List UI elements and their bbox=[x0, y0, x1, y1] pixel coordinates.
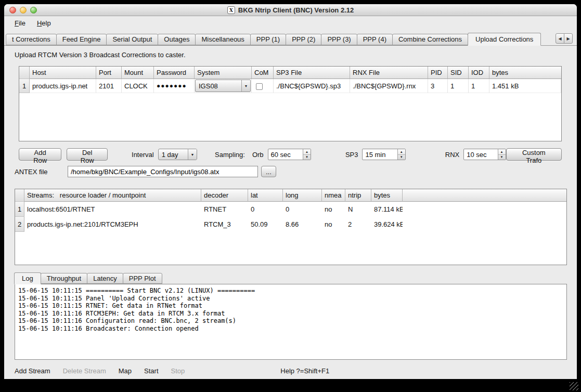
spin-down-icon[interactable]: ▼ bbox=[498, 155, 506, 160]
col-header-mount[interactable]: Mount bbox=[122, 67, 154, 79]
spin-down-icon[interactable]: ▼ bbox=[398, 155, 405, 160]
col-header-port[interactable]: Port bbox=[96, 67, 122, 79]
tab-broadcast-corrections[interactable]: t Corrections bbox=[6, 34, 57, 45]
interval-combobox[interactable]: 1 day ▼ bbox=[158, 149, 197, 160]
col-header-bytes[interactable]: bytes bbox=[489, 67, 561, 79]
tab-serial-output[interactable]: Serial Output bbox=[106, 34, 158, 45]
col-header-com[interactable]: CoM bbox=[252, 67, 274, 79]
add-row-button[interactable]: Add Row bbox=[19, 148, 61, 161]
rnx-file-cell[interactable]: ./BNC${GPSWD}.rnx bbox=[350, 79, 428, 93]
system-combobox[interactable]: IGS08 ▼ bbox=[195, 80, 251, 92]
stream-row[interactable]: 2 products.igs-ip.net:2101/RTCM3EPH RTCM… bbox=[15, 217, 566, 232]
row-index: 1 bbox=[15, 202, 24, 217]
sid-cell[interactable]: 1 bbox=[448, 79, 469, 93]
decoder-cell[interactable]: RTNET bbox=[201, 202, 248, 217]
log-output[interactable]: 15-06-15 10:11:15 ========== Start BNC v… bbox=[15, 284, 567, 360]
start-button[interactable]: Start bbox=[144, 367, 158, 375]
col-header-iod[interactable]: IOD bbox=[469, 67, 489, 79]
antex-file-input[interactable] bbox=[68, 166, 258, 177]
tab-ppp-3[interactable]: PPP (3) bbox=[321, 34, 357, 45]
lat-cell[interactable]: 50.09 bbox=[248, 217, 283, 232]
zoom-button[interactable] bbox=[30, 7, 37, 14]
antex-row: ANTEX file ... bbox=[15, 166, 577, 177]
col-header-lat[interactable]: lat bbox=[248, 189, 283, 202]
col-header-rnx-file[interactable]: RNX File bbox=[350, 67, 428, 79]
host-cell[interactable]: products.igs-ip.net bbox=[30, 79, 96, 93]
tab-ppp-2[interactable]: PPP (2) bbox=[286, 34, 321, 45]
titlebar[interactable]: X BKG Ntrip Client (BNC) Version 2.12 bbox=[4, 4, 577, 16]
filler-cell bbox=[403, 202, 566, 217]
long-cell[interactable]: 8.66 bbox=[283, 217, 322, 232]
password-cell[interactable]: ●●●●●●● bbox=[154, 79, 195, 93]
log-line: 15-06-15 10:11:16 Broadcaster: Connectio… bbox=[18, 325, 563, 333]
mount-cell[interactable]: CLOCK bbox=[122, 79, 154, 93]
mountpoint-cell[interactable]: localhost:6501/RTNET bbox=[24, 202, 201, 217]
spin-down-icon[interactable]: ▼ bbox=[303, 155, 311, 160]
decoder-cell[interactable]: RTCM_3 bbox=[201, 217, 248, 232]
tab-ppp-plot[interactable]: PPP Plot bbox=[123, 273, 162, 284]
col-header-system[interactable]: System bbox=[195, 67, 252, 79]
sampling-label: Sampling: bbox=[215, 151, 245, 159]
lat-cell[interactable]: 0 bbox=[248, 202, 283, 217]
col-header-long[interactable]: long bbox=[283, 189, 322, 202]
mountpoint-cell[interactable]: products.igs-ip.net:2101/RTCM3EPH bbox=[24, 217, 201, 232]
tab-outages[interactable]: Outages bbox=[158, 34, 196, 45]
stream-row[interactable]: 1 localhost:6501/RTNET RTNET 0 0 no N 87… bbox=[15, 202, 566, 217]
tab-scroll-left-icon[interactable]: ◀ bbox=[556, 33, 564, 44]
menu-help[interactable]: Help bbox=[37, 19, 51, 27]
tab-feed-engine[interactable]: Feed Engine bbox=[56, 34, 107, 45]
long-cell[interactable]: 0 bbox=[283, 202, 322, 217]
resize-grip[interactable] bbox=[570, 382, 578, 390]
panel-description: Upload RTCM Version 3 Broadcast Correcti… bbox=[15, 51, 577, 59]
browse-button[interactable]: ... bbox=[261, 166, 276, 177]
close-button[interactable] bbox=[9, 7, 16, 14]
col-header-decoder[interactable]: decoder bbox=[201, 189, 248, 202]
del-row-button[interactable]: Del Row bbox=[67, 148, 108, 161]
log-line: 15-06-15 10:11:15 RTNET: Get data in RTN… bbox=[18, 302, 563, 310]
col-header-bytes[interactable]: bytes bbox=[371, 189, 403, 202]
spin-up-icon[interactable]: ▲ bbox=[398, 149, 405, 155]
spin-up-icon[interactable]: ▲ bbox=[498, 149, 506, 155]
tab-log[interactable]: Log bbox=[14, 272, 41, 284]
col-header-sid[interactable]: SID bbox=[448, 67, 469, 79]
bytes-cell: 87.114 kB bbox=[371, 202, 403, 217]
ntrip-cell[interactable]: 2 bbox=[345, 217, 371, 232]
col-header-password[interactable]: Password bbox=[154, 67, 195, 79]
port-cell[interactable]: 2101 bbox=[96, 79, 122, 93]
col-header-sp3-file[interactable]: SP3 File bbox=[274, 67, 350, 79]
orb-sampling-spinbox[interactable]: 60 sec ▲ ▼ bbox=[268, 149, 311, 160]
rnx-sampling-value: 10 sec bbox=[464, 149, 497, 160]
ntrip-cell[interactable]: N bbox=[345, 202, 371, 217]
col-header-mountpoint[interactable]: Streams: resource loader / mountpoint bbox=[24, 189, 201, 202]
sp3-sampling-spinbox[interactable]: 15 min ▲ ▼ bbox=[362, 149, 405, 160]
tab-scroll-right-icon[interactable]: ▶ bbox=[564, 33, 573, 44]
spin-up-icon[interactable]: ▲ bbox=[303, 149, 311, 155]
pid-cell[interactable]: 3 bbox=[428, 79, 448, 93]
tab-miscellaneous[interactable]: Miscellaneous bbox=[195, 34, 250, 45]
tab-ppp-4[interactable]: PPP (4) bbox=[357, 34, 393, 45]
menu-file[interactable]: File bbox=[15, 19, 25, 27]
iod-cell[interactable]: 1 bbox=[469, 79, 489, 93]
col-header-pid[interactable]: PID bbox=[428, 67, 448, 79]
nmea-cell[interactable]: no bbox=[322, 202, 345, 217]
stop-button: Stop bbox=[171, 367, 185, 375]
upload-header-row: Host Port Mount Password System CoM SP3 … bbox=[19, 67, 561, 79]
custom-trafo-button[interactable]: Custom Trafo bbox=[506, 148, 562, 161]
tab-combine-corrections[interactable]: Combine Corrections bbox=[392, 34, 468, 45]
com-checkbox[interactable] bbox=[256, 83, 263, 90]
tab-throughput[interactable]: Throughput bbox=[41, 273, 88, 284]
add-stream-button[interactable]: Add Stream bbox=[15, 367, 50, 375]
col-header-nmea[interactable]: nmea bbox=[322, 189, 345, 202]
rnx-sampling-spinbox[interactable]: 10 sec ▲ ▼ bbox=[463, 149, 506, 160]
spin-buttons: ▲ ▼ bbox=[498, 149, 506, 160]
minimize-button[interactable] bbox=[20, 7, 27, 14]
sp3-label: SP3 bbox=[345, 151, 358, 159]
nmea-cell[interactable]: no bbox=[322, 217, 345, 232]
tab-ppp-1[interactable]: PPP (1) bbox=[250, 34, 286, 45]
col-header-ntrip[interactable]: ntrip bbox=[345, 189, 371, 202]
col-header-host[interactable]: Host bbox=[30, 67, 96, 79]
sp3-file-cell[interactable]: ./BNC${GPSWD}.sp3 bbox=[274, 79, 350, 93]
map-button[interactable]: Map bbox=[119, 367, 132, 375]
tab-upload-corrections[interactable]: Upload Corrections bbox=[468, 33, 541, 46]
tab-latency[interactable]: Latency bbox=[87, 273, 123, 284]
